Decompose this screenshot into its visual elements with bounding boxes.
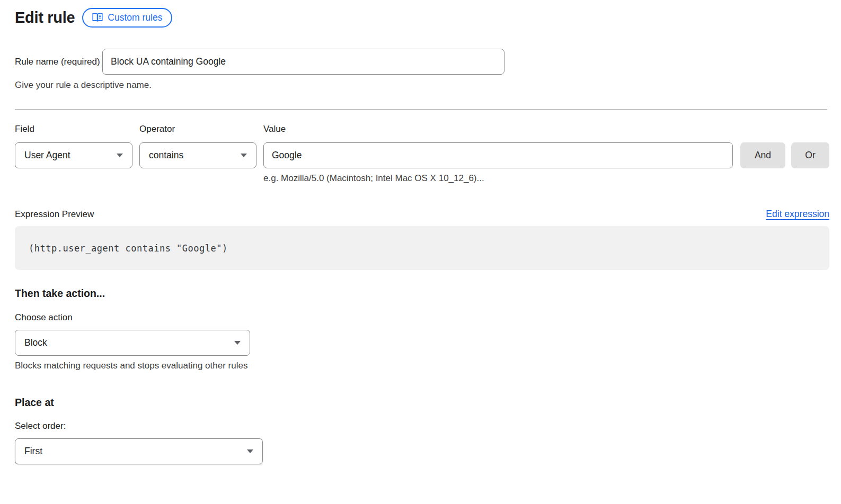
- condition-row: Field User Agent Operator contains Value…: [15, 124, 829, 184]
- rule-name-section: Rule name (required) Give your rule a de…: [15, 43, 829, 91]
- edit-rule-page: Edit rule Custom rules Rule name (requir…: [0, 0, 829, 464]
- place-at-heading: Place at: [15, 397, 829, 409]
- field-select[interactable]: User Agent: [15, 142, 132, 168]
- expression-preview-label: Expression Preview: [15, 209, 94, 220]
- page-header: Edit rule Custom rules: [15, 7, 829, 28]
- field-select-value: User Agent: [24, 150, 70, 161]
- rule-name-help: Give your rule a descriptive name.: [15, 80, 829, 91]
- placement-section: Place at Select order: First: [15, 397, 829, 464]
- value-help: e.g. Mozilla/5.0 (Macintosh; Intel Mac O…: [263, 173, 733, 184]
- page-title: Edit rule: [15, 9, 75, 26]
- or-button[interactable]: Or: [791, 142, 829, 168]
- operator-select-value: contains: [149, 150, 183, 161]
- custom-rules-badge[interactable]: Custom rules: [82, 8, 172, 28]
- action-help: Blocks matching requests and stops evalu…: [15, 361, 829, 371]
- expression-code-block: (http.user_agent contains "Google"): [15, 226, 829, 270]
- rule-name-input[interactable]: [102, 49, 504, 75]
- action-heading: Then take action...: [15, 287, 829, 300]
- action-select[interactable]: Block: [15, 330, 250, 356]
- edit-expression-link[interactable]: Edit expression: [766, 209, 829, 220]
- field-label: Field: [15, 124, 132, 134]
- operator-column: Operator contains: [139, 124, 256, 184]
- value-input[interactable]: [263, 142, 733, 168]
- action-select-value: Block: [24, 337, 47, 348]
- chevron-down-icon: [117, 154, 123, 157]
- expression-code: (http.user_agent contains "Google"): [29, 243, 228, 254]
- order-select-value: First: [24, 446, 42, 457]
- expression-header: Expression Preview Edit expression: [15, 209, 829, 220]
- chevron-down-icon: [241, 154, 247, 157]
- operator-select[interactable]: contains: [139, 142, 256, 168]
- chevron-down-icon: [234, 341, 241, 345]
- choose-action-label: Choose action: [15, 312, 829, 323]
- chevron-down-icon: [247, 449, 253, 453]
- value-column: Value e.g. Mozilla/5.0 (Macintosh; Intel…: [263, 124, 733, 184]
- value-label: Value: [263, 124, 733, 134]
- field-column: Field User Agent: [15, 124, 132, 184]
- open-book-icon: [92, 13, 103, 22]
- order-select[interactable]: First: [15, 438, 263, 464]
- custom-rules-badge-label: Custom rules: [108, 12, 162, 23]
- action-section: Then take action... Choose action Block …: [15, 287, 829, 371]
- expression-section: Expression Preview Edit expression (http…: [15, 209, 829, 270]
- section-divider: [15, 109, 827, 110]
- rule-name-label: Rule name (required): [15, 57, 100, 67]
- select-order-label: Select order:: [15, 421, 829, 431]
- operator-label: Operator: [139, 124, 256, 134]
- and-button[interactable]: And: [740, 142, 785, 168]
